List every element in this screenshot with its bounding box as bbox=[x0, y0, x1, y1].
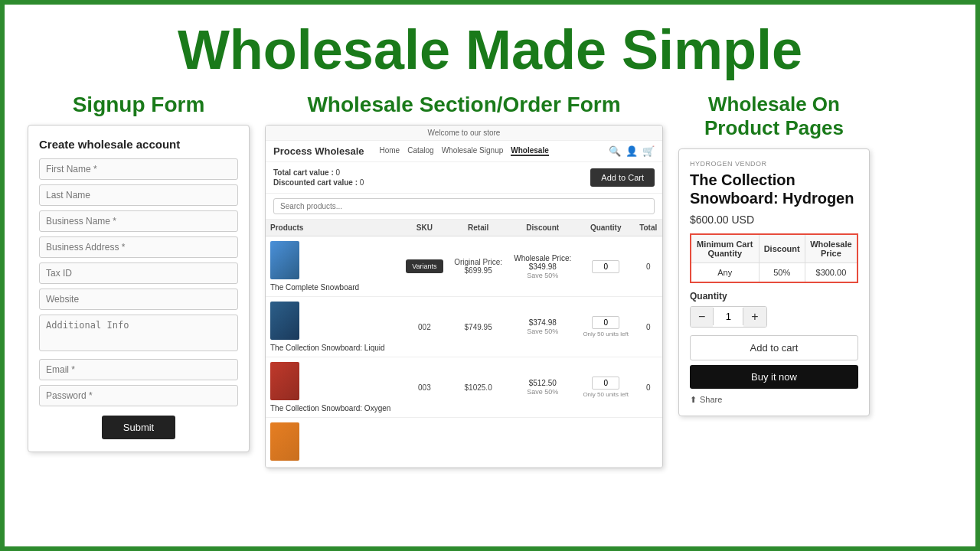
product-pages-column: Wholesale OnProduct Pages HYDROGEN VENDO… bbox=[678, 93, 870, 416]
business-name-input[interactable] bbox=[39, 210, 238, 232]
quantity-stepper[interactable]: − + bbox=[690, 306, 767, 328]
quantity-cell[interactable]: Only 50 units left bbox=[577, 297, 634, 357]
total-cell: 0 bbox=[634, 236, 662, 297]
wholesale-order-form-column: Wholesale Section/Order Form Welcome to … bbox=[265, 93, 663, 468]
nav-link-wholesale[interactable]: Wholesale bbox=[511, 146, 548, 156]
share-row: ⬆ Share bbox=[690, 395, 858, 405]
quantity-cell[interactable] bbox=[577, 236, 634, 297]
share-icon: ⬆ bbox=[690, 395, 697, 405]
col-header-quantity: Quantity bbox=[577, 220, 634, 236]
col-header-products: Products bbox=[266, 220, 400, 236]
product-name: The Collection Snowboard: Liquid bbox=[270, 344, 396, 352]
last-name-input[interactable] bbox=[39, 184, 238, 206]
qty-decrease-button[interactable]: − bbox=[691, 307, 713, 327]
cart-icon[interactable]: 🛒 bbox=[642, 145, 655, 157]
col-header-retail: Retail bbox=[449, 220, 508, 236]
retail-cell: Original Price:$699.95 bbox=[449, 236, 508, 297]
total-cell: 0 bbox=[634, 357, 662, 418]
add-to-cart-button[interactable]: Add to cart bbox=[690, 335, 858, 360]
share-label[interactable]: Share bbox=[700, 395, 722, 404]
wt-discount: 50% bbox=[759, 262, 805, 282]
discounted-cart-label: Discounted cart value : 0 bbox=[273, 178, 364, 187]
website-input[interactable] bbox=[39, 289, 238, 310]
product-title: The Collection Snowboard: Hydrogen bbox=[690, 171, 858, 207]
product-thumbnail bbox=[270, 362, 299, 400]
total-cart-label: Total cart value : 0 bbox=[273, 168, 364, 177]
retail-price: $1025.0 bbox=[453, 383, 504, 392]
signup-box-title: Create wholesale account bbox=[39, 138, 238, 151]
buy-now-button[interactable]: Buy it now bbox=[690, 365, 858, 389]
signup-form-column: Signup Form Create wholesale account Sub… bbox=[28, 93, 250, 452]
quantity-input[interactable] bbox=[592, 377, 619, 390]
quantity-label: Quantity bbox=[690, 291, 858, 302]
retail-price: $749.95 bbox=[453, 323, 504, 331]
sku-cell: 003 bbox=[400, 357, 449, 418]
wt-header-discount: Discount bbox=[759, 234, 805, 263]
signup-section-title: Signup Form bbox=[28, 93, 250, 117]
account-icon[interactable]: 👤 bbox=[626, 145, 638, 157]
submit-button[interactable]: Submit bbox=[102, 416, 175, 439]
product-price: $600.00 USD bbox=[690, 214, 858, 226]
wholesale-price: Wholesale Price:$349.98 Save 50% bbox=[513, 254, 573, 279]
wholesale-box: Welcome to our store Process Wholesale H… bbox=[265, 125, 663, 468]
ws-nav-brand: Process Wholesale bbox=[273, 145, 364, 157]
wt-min-qty: Any bbox=[691, 262, 759, 282]
variants-button[interactable]: Variants bbox=[406, 259, 443, 273]
product-name: The Complete Snowboard bbox=[270, 283, 396, 292]
wt-price: $300.00 bbox=[805, 262, 858, 282]
product-thumbnail bbox=[270, 241, 299, 279]
quantity-input[interactable] bbox=[592, 260, 619, 273]
product-name: The Collection Snowboard: Oxygen bbox=[270, 404, 396, 412]
quantity-cell[interactable]: Only 50 units left bbox=[577, 357, 634, 418]
product-cell: The Collection Snowboard: Liquid bbox=[266, 297, 400, 357]
ws-nav-links: Home Catalog Wholesale Signup Wholesale bbox=[380, 146, 600, 156]
table-row: The Collection Snowboard: Oxygen 003 $10… bbox=[266, 357, 662, 418]
ws-cart-info: Total cart value : 0 Discounted cart val… bbox=[273, 168, 364, 187]
tax-id-input[interactable] bbox=[39, 262, 238, 284]
ws-search-row bbox=[266, 194, 662, 220]
table-row: The Collection Snowboard: Liquid 002 $74… bbox=[266, 297, 662, 357]
retail-cell: $749.95 bbox=[449, 297, 508, 357]
total-cell: 0 bbox=[634, 297, 662, 357]
nav-link-home[interactable]: Home bbox=[380, 146, 400, 156]
wholesale-pricing-table: Minimum CartQuantity Discount WholesaleP… bbox=[690, 233, 858, 283]
product-cell: The Complete Snowboard bbox=[266, 236, 400, 297]
product-pages-section-title: Wholesale OnProduct Pages bbox=[678, 93, 870, 140]
product-search-input[interactable] bbox=[273, 198, 655, 214]
email-input[interactable] bbox=[39, 359, 238, 380]
signup-box: Create wholesale account Submit bbox=[28, 125, 250, 452]
nav-link-catalog[interactable]: Catalog bbox=[407, 146, 433, 156]
col-header-total: Total bbox=[634, 220, 662, 236]
password-input[interactable] bbox=[39, 385, 238, 406]
qty-increase-button[interactable]: + bbox=[743, 307, 766, 327]
ws-topbar: Welcome to our store bbox=[266, 126, 662, 141]
product-thumbnail bbox=[270, 422, 299, 461]
product-thumbnail bbox=[270, 302, 299, 340]
table-row: The Complete Snowboard Variants Original… bbox=[266, 236, 662, 297]
retail-cell: $1025.0 bbox=[449, 357, 508, 418]
add-to-cart-button[interactable]: Add to Cart bbox=[590, 168, 655, 187]
search-icon[interactable]: 🔍 bbox=[609, 145, 621, 157]
main-headline: Wholesale Made Simple bbox=[28, 20, 952, 80]
vendor-label: HYDROGEN VENDOR bbox=[690, 160, 858, 168]
wt-row: Any 50% $300.00 bbox=[691, 262, 858, 282]
wholesale-price: $374.98 Save 50% bbox=[513, 318, 573, 335]
nav-link-signup[interactable]: Wholesale Signup bbox=[442, 146, 504, 156]
additional-info-input[interactable] bbox=[39, 315, 238, 351]
sku-cell: Variants bbox=[400, 236, 449, 297]
qty-input-field[interactable] bbox=[713, 308, 743, 325]
ws-cart-row: Total cart value : 0 Discounted cart val… bbox=[266, 162, 662, 194]
business-address-input[interactable] bbox=[39, 236, 238, 258]
retail-price: Original Price:$699.95 bbox=[453, 258, 504, 275]
wt-header-min-qty: Minimum CartQuantity bbox=[691, 234, 759, 263]
units-left: Only 50 units left bbox=[583, 331, 629, 337]
first-name-input[interactable] bbox=[39, 158, 238, 180]
wholesale-section-title: Wholesale Section/Order Form bbox=[265, 93, 663, 117]
ws-nav: Process Wholesale Home Catalog Wholesale… bbox=[266, 141, 662, 162]
discount-cell: Wholesale Price:$349.98 Save 50% bbox=[508, 236, 577, 297]
quantity-input[interactable] bbox=[592, 316, 619, 329]
wholesale-price: $512.50 Save 50% bbox=[513, 379, 573, 396]
product-page-box: HYDROGEN VENDOR The Collection Snowboard… bbox=[678, 148, 870, 416]
product-cell: The Collection Snowboard: Oxygen bbox=[266, 357, 400, 418]
product-cell bbox=[266, 418, 400, 468]
